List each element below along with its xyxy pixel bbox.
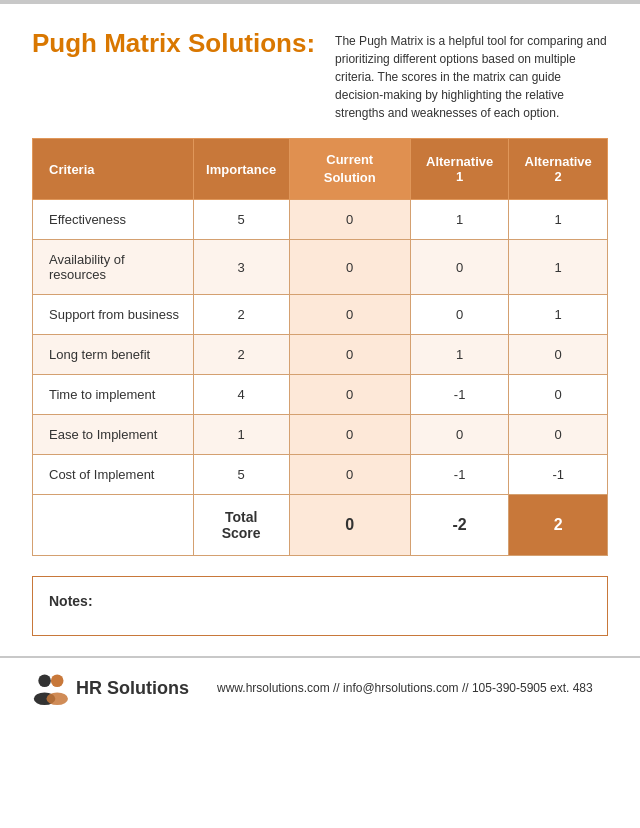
cell-alt1: -1 (410, 455, 509, 495)
cell-alt2: 1 (509, 200, 608, 240)
svg-point-3 (46, 693, 68, 706)
cell-criteria: Effectiveness (33, 200, 194, 240)
cell-importance: 5 (193, 455, 289, 495)
col-header-importance: Importance (193, 139, 289, 200)
cell-importance: 4 (193, 375, 289, 415)
header-description: The Pugh Matrix is a helpful tool for co… (335, 28, 608, 122)
table-row: Effectiveness5011 (33, 200, 608, 240)
cell-alt1: 1 (410, 200, 509, 240)
cell-criteria: Support from business (33, 295, 194, 335)
cell-alt2: -1 (509, 455, 608, 495)
footer-logo: HR Solutions (32, 670, 189, 706)
col-header-alt1: Alternative 1 (410, 139, 509, 200)
cell-criteria: Ease to Implement (33, 415, 194, 455)
col-header-current: Current Solution (289, 139, 410, 200)
cell-importance: 1 (193, 415, 289, 455)
total-current-cell: 0 (289, 495, 410, 556)
cell-alt1: 0 (410, 240, 509, 295)
cell-criteria: Time to implement (33, 375, 194, 415)
cell-alt2: 1 (509, 295, 608, 335)
cell-current: 0 (289, 375, 410, 415)
svg-point-1 (51, 675, 64, 688)
cell-alt1: -1 (410, 375, 509, 415)
svg-point-0 (38, 675, 51, 688)
total-row: Total Score0-22 (33, 495, 608, 556)
table-row: Cost of Implement50-1-1 (33, 455, 608, 495)
cell-criteria: Availability of resources (33, 240, 194, 295)
col-header-alt2: Alternative 2 (509, 139, 608, 200)
cell-current: 0 (289, 335, 410, 375)
table-header-row: Criteria Importance Current Solution Alt… (33, 139, 608, 200)
total-label-cell: Total Score (193, 495, 289, 556)
cell-importance: 3 (193, 240, 289, 295)
cell-criteria: Cost of Implement (33, 455, 194, 495)
col-header-criteria: Criteria (33, 139, 194, 200)
footer: HR Solutions www.hrsolutions.com // info… (0, 656, 640, 718)
table-row: Time to implement40-10 (33, 375, 608, 415)
table-row: Long term benefit2010 (33, 335, 608, 375)
cell-current: 0 (289, 295, 410, 335)
cell-alt2: 0 (509, 375, 608, 415)
cell-criteria: Long term benefit (33, 335, 194, 375)
page-title: Pugh Matrix Solutions: (32, 28, 315, 59)
total-alt1-cell: -2 (410, 495, 509, 556)
cell-alt1: 1 (410, 335, 509, 375)
cell-alt2: 1 (509, 240, 608, 295)
cell-current: 0 (289, 240, 410, 295)
notes-section: Notes: (32, 576, 608, 636)
footer-brand-name: HR Solutions (76, 678, 189, 699)
table-body: Effectiveness5011Availability of resourc… (33, 200, 608, 556)
table-row: Ease to Implement1000 (33, 415, 608, 455)
notes-label: Notes: (49, 593, 93, 609)
cell-current: 0 (289, 455, 410, 495)
footer-contact: www.hrsolutions.com // info@hrsolutions.… (217, 681, 593, 695)
table-section: Criteria Importance Current Solution Alt… (0, 138, 640, 556)
table-row: Availability of resources3001 (33, 240, 608, 295)
total-empty-cell (33, 495, 194, 556)
cell-alt1: 0 (410, 415, 509, 455)
cell-alt2: 0 (509, 415, 608, 455)
total-alt2-cell: 2 (509, 495, 608, 556)
cell-current: 0 (289, 415, 410, 455)
cell-importance: 2 (193, 335, 289, 375)
cell-alt2: 0 (509, 335, 608, 375)
cell-current: 0 (289, 200, 410, 240)
cell-alt1: 0 (410, 295, 509, 335)
cell-importance: 5 (193, 200, 289, 240)
hr-solutions-logo-icon (32, 670, 68, 706)
table-row: Support from business2001 (33, 295, 608, 335)
cell-importance: 2 (193, 295, 289, 335)
header-section: Pugh Matrix Solutions: The Pugh Matrix i… (0, 4, 640, 138)
pugh-matrix-table: Criteria Importance Current Solution Alt… (32, 138, 608, 556)
